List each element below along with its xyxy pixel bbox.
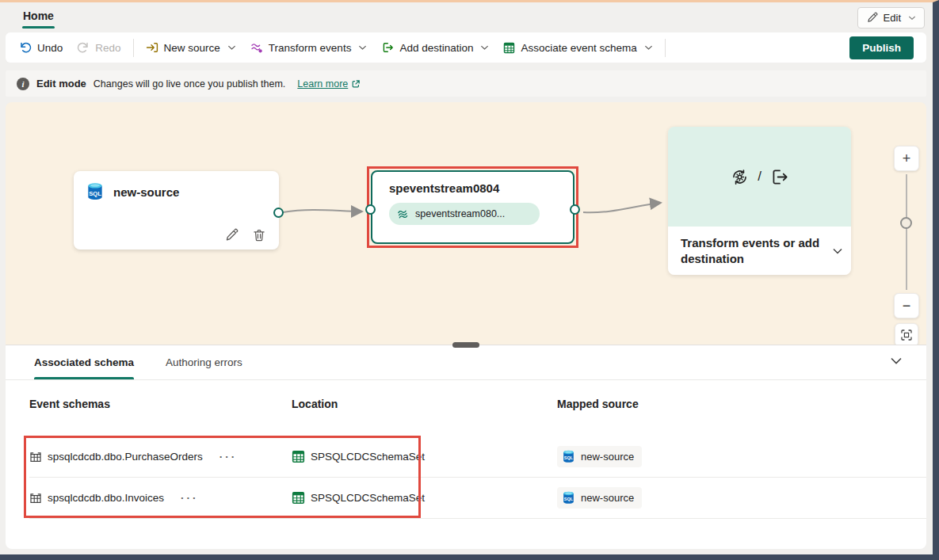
transform-icon	[250, 41, 263, 54]
chevron-down-icon	[908, 15, 916, 21]
panel-tabs: Associated schema Authoring errors	[6, 345, 926, 380]
schema-name: spsqlcdcdb.dbo.PurchaseOrders	[48, 451, 203, 463]
sql-database-icon: SQL	[561, 449, 576, 464]
eventstream-pill[interactable]: speventstream080...	[389, 203, 540, 225]
column-header-mapped-source: Mapped source	[557, 398, 926, 436]
schema-cell: spsqlcdcdb.dbo.PurchaseOrders ···	[29, 451, 292, 463]
chevron-down-icon	[480, 44, 489, 51]
schema-name: spsqlcdcdb.dbo.Invoices	[48, 492, 164, 504]
transform-events-button[interactable]: Transform events	[243, 36, 375, 59]
sql-database-icon: SQL	[561, 490, 576, 505]
edge-source-to-stream	[283, 210, 362, 212]
undo-button[interactable]: Undo	[12, 36, 70, 59]
sql-icon-label: SQL	[89, 190, 101, 197]
export-icon	[381, 41, 394, 54]
output-connector[interactable]	[570, 204, 580, 215]
edit-button-label: Edit	[884, 12, 901, 24]
banner-message: Changes will go live once you publish th…	[94, 78, 286, 90]
chevron-down-icon	[358, 44, 367, 51]
add-destination-button[interactable]: Add destination	[374, 36, 496, 59]
panel-resize-handle[interactable]	[452, 342, 479, 348]
eventstream-node-title: speventstream0804	[389, 181, 573, 195]
chevron-down-icon	[644, 44, 653, 51]
new-source-button[interactable]: New source	[139, 36, 243, 59]
transform-events-label: Transform events	[269, 42, 352, 54]
mapped-source-chip[interactable]: SQL new-source	[557, 446, 642, 467]
column-header-location: Location	[292, 398, 557, 436]
app-content: Home Edit Undo Redo	[0, 2, 933, 554]
more-options-button[interactable]: ···	[219, 451, 238, 463]
eventstream-node[interactable]: speventstream0804 speventstream080...	[371, 170, 574, 244]
more-options-button[interactable]: ···	[181, 492, 199, 504]
learn-more-label: Learn more	[297, 78, 348, 90]
undo-label: Undo	[37, 42, 63, 54]
toolbar: Undo Redo New source Transform events	[6, 32, 926, 63]
mapped-source-chip[interactable]: SQL new-source	[557, 487, 642, 509]
location-name: SPSQLCDCSchemaSet	[311, 492, 425, 504]
sql-icon-label: SQL	[564, 497, 574, 501]
redo-button[interactable]: Redo	[70, 36, 128, 59]
edit-mode-dropdown-button[interactable]: Edit	[857, 7, 925, 29]
source-node[interactable]: SQL new-source	[74, 171, 279, 250]
table-header-row: Event schemas Location Mapped source	[29, 380, 926, 436]
publish-button[interactable]: Publish	[849, 36, 914, 59]
tab-associated-schema[interactable]: Associated schema	[34, 345, 134, 379]
source-node-actions	[224, 228, 266, 242]
collapse-panel-chevron-icon[interactable]	[890, 356, 903, 365]
zoom-in-button[interactable]: +	[894, 146, 919, 171]
placeholder-node[interactable]: / Transform events or add destination	[668, 127, 851, 275]
eventstream-canvas[interactable]: SQL new-source speventstream0804	[6, 102, 926, 345]
fit-view-icon	[900, 329, 913, 341]
transform-gear-icon	[730, 167, 750, 187]
external-link-icon	[351, 79, 361, 89]
toolbar-separator	[665, 39, 666, 57]
output-connector[interactable]	[273, 208, 284, 218]
mapped-source-cell: SQL new-source	[557, 487, 926, 509]
placeholder-node-label: Transform events or add destination	[681, 235, 827, 266]
add-destination-label: Add destination	[399, 42, 473, 54]
icon-separator: /	[758, 169, 762, 185]
fit-view-button[interactable]	[895, 323, 918, 347]
destination-icon	[769, 167, 789, 187]
toolbar-separator	[133, 39, 134, 57]
zoom-out-button[interactable]: −	[894, 293, 919, 318]
zoom-slider-handle[interactable]	[900, 217, 912, 229]
schema-table-icon	[503, 42, 515, 54]
table-grid-icon	[29, 451, 42, 463]
placeholder-node-bottom: Transform events or add destination	[668, 227, 851, 275]
redo-label: Redo	[95, 42, 120, 54]
associate-event-schema-button[interactable]: Associate event schema	[496, 37, 659, 59]
info-icon: i	[17, 78, 29, 90]
input-connector[interactable]	[365, 204, 376, 215]
tab-authoring-errors[interactable]: Authoring errors	[166, 345, 242, 379]
table-grid-icon	[29, 492, 42, 505]
zoom-slider[interactable]	[906, 174, 907, 290]
placeholder-node-top: /	[668, 127, 851, 227]
redo-icon	[77, 41, 90, 54]
table-row[interactable]: spsqlcdcdb.dbo.PurchaseOrders ··· SPSQLC…	[29, 436, 926, 478]
location-cell: SPSQLCDCSchemaSet	[292, 450, 557, 463]
bottom-panel: Associated schema Authoring errors Event…	[6, 345, 926, 549]
sql-database-icon: SQL	[85, 181, 105, 202]
ribbon-header: Home Edit	[6, 2, 933, 32]
column-header-event-schemas: Event schemas	[29, 398, 292, 436]
mapped-source-name: new-source	[581, 451, 634, 463]
eventstream-icon	[397, 208, 409, 220]
learn-more-link[interactable]: Learn more	[297, 78, 361, 90]
tab-home[interactable]: Home	[23, 10, 54, 29]
table-row[interactable]: spsqlcdcdb.dbo.Invoices ··· SPSQLCDCSche…	[29, 478, 926, 519]
mapped-source-cell: SQL new-source	[557, 446, 926, 467]
app-window: Home Edit Undo Redo	[0, 0, 939, 560]
pencil-icon	[866, 12, 878, 24]
eventstream-pill-label: speventstream080...	[415, 208, 505, 219]
undo-icon	[19, 41, 32, 54]
delete-trash-icon[interactable]	[252, 228, 266, 242]
mapped-source-name: new-source	[581, 492, 634, 504]
edit-pencil-icon[interactable]	[224, 228, 239, 242]
new-source-label: New source	[164, 42, 220, 54]
schema-set-icon	[292, 450, 305, 463]
sql-icon-label: SQL	[564, 455, 574, 460]
annotation-box-stream: speventstream0804 speventstream080...	[367, 166, 578, 248]
chevron-down-icon[interactable]	[832, 247, 843, 255]
zoom-controls: + −	[894, 146, 919, 347]
